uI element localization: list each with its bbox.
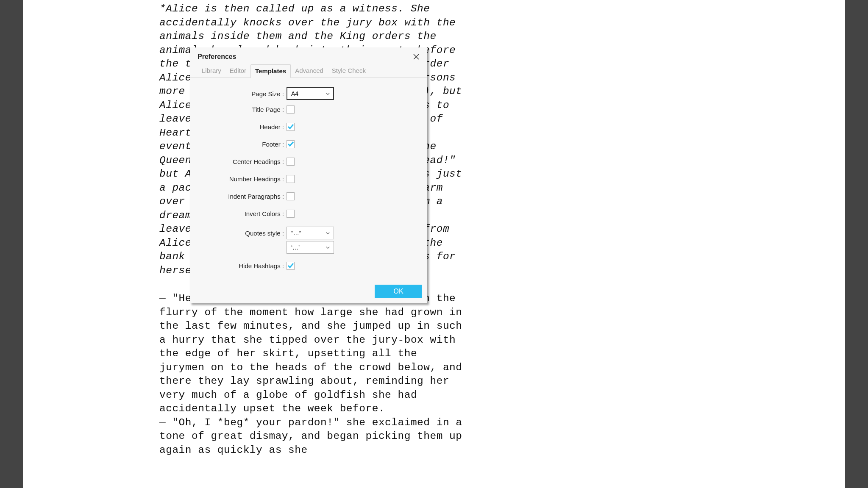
tab-library[interactable]: Library [198, 64, 225, 78]
header-label: Header : [190, 123, 286, 130]
chevron-down-icon [326, 231, 330, 236]
page-size-label: Page Size : [190, 90, 286, 97]
chevron-down-icon [326, 245, 330, 250]
invert-colors-checkbox[interactable] [287, 210, 295, 218]
title-page-label: Title Page : [190, 106, 286, 113]
quotes-single-select[interactable]: ‘…’ [287, 241, 334, 254]
close-icon [413, 53, 420, 60]
hide-hashtags-label: Hide Hashtags : [190, 262, 286, 269]
story-p2: — "Here!" cried Alice, quite forgetting … [159, 292, 463, 416]
quotes-style-label: Quotes style : [190, 230, 286, 237]
document-text: *Alice is then called up as a witness. S… [23, 2, 845, 457]
footer-checkbox[interactable] [287, 140, 295, 148]
check-icon [287, 123, 294, 130]
hide-hashtags-checkbox[interactable] [287, 262, 295, 270]
tab-templates[interactable]: Templates [250, 64, 291, 78]
quotes-double-select[interactable]: “…” [287, 227, 334, 239]
tab-advanced[interactable]: Advanced [291, 64, 328, 78]
dialog-footer: OK [190, 285, 427, 303]
header-checkbox[interactable] [287, 123, 295, 131]
check-icon [287, 141, 294, 147]
footer-label: Footer : [190, 141, 286, 148]
tab-style-check[interactable]: Style Check [328, 64, 370, 78]
dialog-title: Preferences [198, 53, 236, 61]
number-headings-checkbox[interactable] [287, 175, 295, 183]
quotes-single-value: ‘…’ [291, 244, 300, 251]
page-size-value: A4 [291, 90, 298, 97]
page-size-select[interactable]: A4 [287, 87, 334, 100]
form-area: Page Size : A4 Title Page : Header : Foo… [190, 78, 427, 285]
italic-marker: * [159, 3, 166, 14]
story-p3: — "Oh, I *beg* your pardon!" she exclaim… [159, 416, 463, 458]
document-page: *Alice is then called up as a witness. S… [23, 0, 845, 488]
title-page-checkbox[interactable] [287, 105, 295, 114]
check-icon [287, 262, 294, 269]
close-button[interactable] [412, 53, 420, 61]
ok-button[interactable]: OK [375, 285, 422, 298]
invert-colors-label: Invert Colors : [190, 210, 286, 217]
tab-bar: Library Editor Templates Advanced Style … [190, 64, 427, 78]
tab-editor[interactable]: Editor [225, 64, 250, 78]
center-headings-checkbox[interactable] [287, 158, 295, 166]
chevron-down-icon [326, 92, 330, 96]
preferences-dialog: Preferences Library Editor Templates Adv… [190, 47, 427, 303]
number-headings-label: Number Headings : [190, 175, 286, 183]
indent-paragraphs-checkbox[interactable] [287, 192, 295, 200]
quotes-double-value: “…” [291, 230, 301, 236]
center-headings-label: Center Headings : [190, 158, 286, 165]
dialog-header: Preferences [190, 47, 427, 64]
indent-paragraphs-label: Indent Paragraphs : [190, 193, 286, 200]
